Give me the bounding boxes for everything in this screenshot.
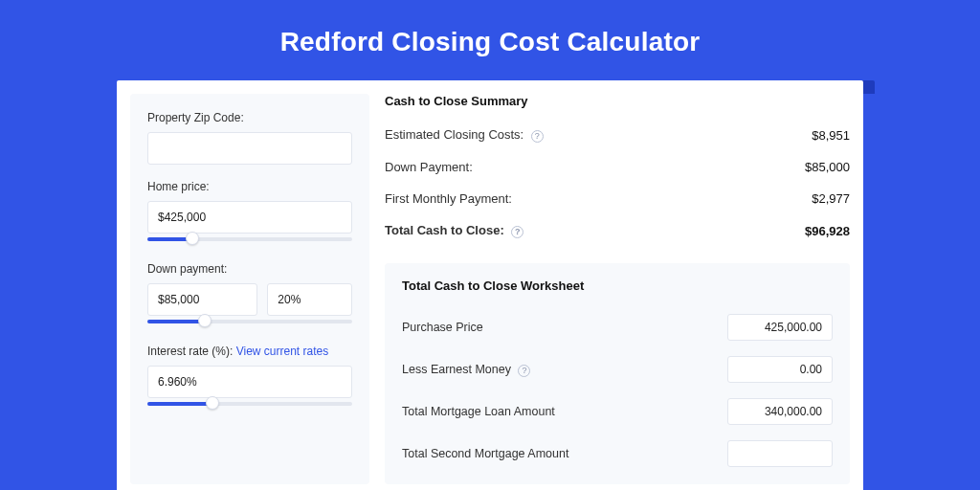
summary-total-row: Total Cash to Close: ? $96,928 <box>385 217 850 250</box>
down-payment-amount-input[interactable] <box>147 283 257 316</box>
worksheet-heading: Total Cash to Close Worksheet <box>402 278 833 293</box>
card-body: Property Zip Code: Home price: Do <box>117 80 863 490</box>
slider-thumb[interactable] <box>186 232 199 245</box>
worksheet-label: Less Earnest Money <box>402 363 511 376</box>
worksheet-label: Total Second Mortgage Amount <box>402 447 568 460</box>
summary-row: Estimated Closing Costs: ? $8,951 <box>385 122 850 154</box>
loan-amount-input[interactable] <box>727 398 833 425</box>
second-mortgage-input[interactable] <box>727 440 833 467</box>
slider-thumb[interactable] <box>198 314 212 327</box>
summary-value: $8,951 <box>812 128 850 143</box>
home-price-slider[interactable] <box>147 230 352 247</box>
summary-heading: Cash to Close Summary <box>385 94 850 108</box>
interest-rate-input[interactable] <box>147 366 352 398</box>
interest-rate-label: Interest rate (%): View current rates <box>147 345 352 358</box>
summary-label: Estimated Closing Costs: <box>385 127 523 142</box>
sheet-wrap: Property Zip Code: Home price: Do <box>0 80 980 490</box>
worksheet-row: Purchase Price <box>402 306 833 348</box>
results-main: Cash to Close Summary Estimated Closing … <box>385 94 850 484</box>
slider-thumb[interactable] <box>206 396 219 410</box>
summary-value: $85,000 <box>805 160 850 174</box>
interest-rate-slider[interactable] <box>147 394 352 412</box>
worksheet-label: Total Mortgage Loan Amount <box>402 405 555 418</box>
field-down-payment: Down payment: <box>147 262 352 329</box>
calculator-card: Property Zip Code: Home price: Do <box>117 80 863 490</box>
field-interest-rate: Interest rate (%): View current rates <box>147 345 352 412</box>
inputs-sidebar: Property Zip Code: Home price: Do <box>130 94 369 484</box>
summary-label: Down Payment: <box>385 160 473 174</box>
summary-total-label: Total Cash to Close: <box>385 223 504 237</box>
earnest-money-input[interactable] <box>727 356 833 383</box>
field-home-price: Home price: <box>147 180 352 247</box>
summary-total-value: $96,928 <box>805 224 850 238</box>
help-icon[interactable]: ? <box>518 365 530 377</box>
worksheet-row: Total Second Mortgage Amount <box>402 433 833 475</box>
purchase-price-input[interactable] <box>727 314 833 341</box>
worksheet-row: Total Mortgage Loan Amount <box>402 390 833 433</box>
summary-label: First Monthly Payment: <box>385 191 512 206</box>
view-rates-link[interactable]: View current rates <box>236 345 329 358</box>
help-icon[interactable]: ? <box>531 130 544 143</box>
summary-row: First Monthly Payment: $2,977 <box>385 186 850 217</box>
help-icon[interactable]: ? <box>511 226 523 238</box>
down-payment-slider[interactable] <box>147 312 352 329</box>
summary-row: Down Payment: $85,000 <box>385 154 850 186</box>
zip-label: Property Zip Code: <box>147 111 352 124</box>
page-title: Redford Closing Cost Calculator <box>0 0 980 80</box>
down-payment-percent-input[interactable] <box>267 283 352 316</box>
down-payment-label: Down payment: <box>147 262 352 276</box>
home-price-label: Home price: <box>147 180 352 193</box>
field-zip: Property Zip Code: <box>147 111 352 165</box>
worksheet-panel: Total Cash to Close Worksheet Purchase P… <box>385 263 850 484</box>
summary-value: $2,977 <box>812 191 850 206</box>
worksheet-row: Less Earnest Money ? <box>402 348 833 390</box>
zip-input[interactable] <box>147 132 352 165</box>
worksheet-label: Purchase Price <box>402 321 483 334</box>
summary-panel: Cash to Close Summary Estimated Closing … <box>385 94 850 250</box>
home-price-input[interactable] <box>147 201 352 234</box>
